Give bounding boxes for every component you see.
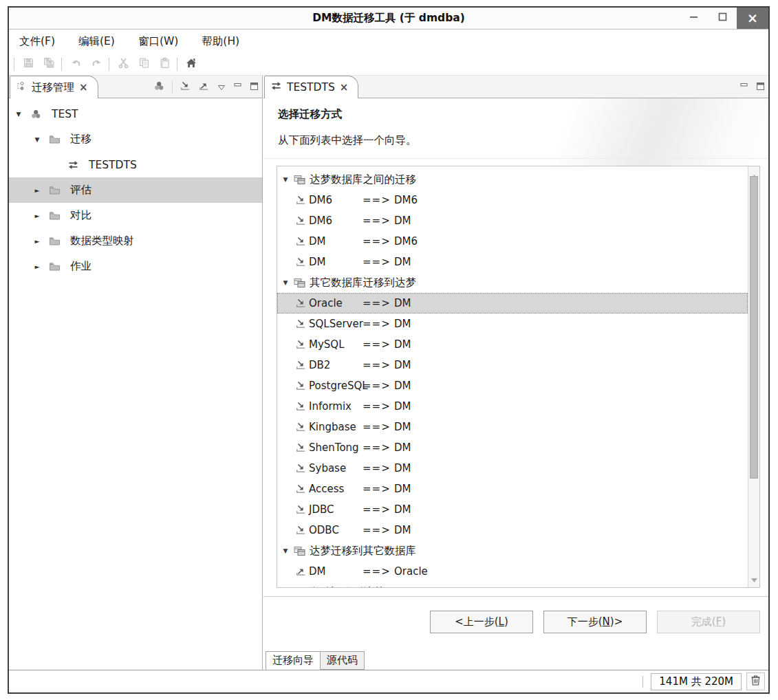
scrollbar-thumb[interactable] <box>750 176 758 479</box>
back-button[interactable]: <上一步(L) <box>430 611 533 633</box>
wizard-item-MySQL-to-DM[interactable]: MySQL==>DM <box>277 334 748 355</box>
bottom-tab-source[interactable]: 源代码 <box>320 651 365 670</box>
wizard-item-Informix-to-DM[interactable]: Informix==>DM <box>277 396 748 417</box>
menu-item-help[interactable]: 帮助(H) <box>202 34 239 49</box>
copy-button[interactable] <box>133 55 154 73</box>
expand-arrow-icon[interactable]: ► <box>30 212 44 219</box>
collapse-arrow-icon[interactable]: ▼ <box>280 176 291 183</box>
cluster-button[interactable] <box>153 80 164 94</box>
finish-button[interactable]: 完成(F) <box>657 611 760 633</box>
scroll-down-button[interactable] <box>748 572 759 585</box>
minimize-icon <box>739 80 748 94</box>
collapse-arrow-icon[interactable]: ▼ <box>280 279 291 286</box>
wizard-item-DM-to-Oracle[interactable]: DM==>Oracle <box>277 561 748 582</box>
tree-item-对比[interactable]: ►对比 <box>9 203 262 228</box>
expand-arrow-icon[interactable]: ► <box>30 238 44 245</box>
export-button[interactable] <box>199 80 210 94</box>
tree-item-作业[interactable]: ►作业 <box>9 254 262 279</box>
run-garbage-collector-button[interactable] <box>746 672 765 690</box>
bottom-tab-wizard[interactable]: 迁移向导 <box>266 651 321 670</box>
collapse-arrow-icon[interactable]: ▼ <box>280 547 291 554</box>
tab-testdts[interactable]: TESTDTS × <box>264 76 358 98</box>
import-icon <box>294 504 309 515</box>
close-icon[interactable]: × <box>340 81 349 94</box>
save-button[interactable] <box>18 55 39 73</box>
window-minimize-button[interactable] <box>679 8 708 29</box>
divider <box>263 596 768 597</box>
window-close-button[interactable]: × <box>737 8 768 29</box>
target-db-label: DM6 <box>394 194 418 206</box>
wizard-item-ODBC-to-DM[interactable]: ODBC==>DM <box>277 520 748 540</box>
toolbar <box>9 53 768 76</box>
export-icon <box>294 566 309 577</box>
window-maximize-button[interactable] <box>708 8 737 29</box>
maximize-icon <box>250 80 259 94</box>
source-db-label: DM6 <box>309 194 363 206</box>
maximize-view-button[interactable] <box>250 80 259 94</box>
tree-item-迁移[interactable]: ▼迁移 <box>9 127 262 152</box>
collapse-arrow-icon[interactable]: ▼ <box>30 136 44 143</box>
arrow-label: ==> <box>363 297 394 309</box>
wizard-item-DM-to-DM6[interactable]: DM==>DM6 <box>277 231 748 252</box>
wizard-list-content: ▼达梦数据库之间的迁移DM6==>DM6DM6==>DMDM==>DM6DM==… <box>277 166 748 587</box>
page-subtitle: 从下面列表中选择一个向导。 <box>278 133 417 148</box>
undo-button[interactable] <box>65 55 86 73</box>
arrow-label: ==> <box>363 503 394 516</box>
wizard-item-ShenTong-to-DM[interactable]: ShenTong==>DM <box>277 437 748 458</box>
heap-status-text: 141M 共 220M <box>659 675 733 688</box>
expand-arrow-icon[interactable]: ► <box>30 263 44 270</box>
cut-button[interactable] <box>113 55 133 73</box>
wizard-category-icon <box>291 278 307 288</box>
collapse-arrow-icon[interactable]: ▼ <box>12 111 25 118</box>
tree-item-数据类型映射[interactable]: ►数据类型映射 <box>9 228 262 254</box>
paste-icon <box>159 57 171 72</box>
wizard-item-Sybase-to-DM[interactable]: Sybase==>DM <box>277 458 748 479</box>
arrow-label: ==> <box>363 441 394 454</box>
save-all-button[interactable] <box>39 55 59 73</box>
next-button[interactable]: 下一步(N)> <box>543 611 647 633</box>
divider <box>14 58 14 71</box>
tree-item-label: 对比 <box>65 208 91 223</box>
window-title: DM数据迁移工具 (于 dmdba) <box>9 8 768 30</box>
wizard-item-Kingbase-to-DM[interactable]: Kingbase==>DM <box>277 417 748 437</box>
wizard-group-达梦迁移到其它数据库[interactable]: ▼达梦迁移到其它数据库 <box>277 540 748 561</box>
paste-button[interactable] <box>154 55 175 73</box>
view-menu-button[interactable] <box>217 80 226 94</box>
wizard-group-文件迁移到达梦[interactable]: ▼文件迁移到达梦 <box>277 582 748 587</box>
wizard-item-DB2-to-DM[interactable]: DB2==>DM <box>277 355 748 375</box>
divider <box>109 58 109 71</box>
wizard-group-其它数据库迁移到达梦[interactable]: ▼其它数据库迁移到达梦 <box>277 272 748 293</box>
wizard-item-SQLServer-to-DM[interactable]: SQLServer==>DM <box>277 314 748 334</box>
wizard-item-Access-to-DM[interactable]: Access==>DM <box>277 479 748 499</box>
tree-item-评估[interactable]: ►评估 <box>9 177 262 203</box>
vertical-scrollbar[interactable] <box>748 166 759 587</box>
tab-migration-manager[interactable]: 迁移管理 × <box>10 76 98 98</box>
wizard-item-DM6-to-DM6[interactable]: DM6==>DM6 <box>277 190 748 210</box>
tree-item-TESTDTS[interactable]: TESTDTS <box>9 152 262 177</box>
divider <box>177 58 177 71</box>
import-icon <box>294 215 309 226</box>
wizard-item-DM6-to-DM[interactable]: DM6==>DM <box>277 210 748 231</box>
minimize-editor-button[interactable] <box>739 80 748 94</box>
minimize-view-button[interactable] <box>233 80 242 94</box>
import-button[interactable] <box>180 80 191 94</box>
wizard-item-DM-to-DM[interactable]: DM==>DM <box>277 252 748 272</box>
home-button[interactable] <box>181 55 202 73</box>
wizard-item-JDBC-to-DM[interactable]: JDBC==>DM <box>277 499 748 520</box>
menu-item-edit[interactable]: 编辑(E) <box>78 34 115 49</box>
maximize-editor-button[interactable] <box>756 80 765 94</box>
close-icon[interactable]: × <box>79 81 88 94</box>
tree-item-TEST[interactable]: ▼TEST <box>9 101 262 127</box>
import-icon <box>294 463 309 474</box>
redo-button[interactable] <box>86 55 107 73</box>
source-db-label: DM <box>309 256 363 268</box>
menu-item-file[interactable]: 文件(F) <box>19 34 55 49</box>
wizard-item-Oracle-to-DM[interactable]: Oracle==>DM <box>277 293 748 314</box>
source-db-label: PostgreSQL <box>309 380 363 392</box>
wizard-group-达梦数据库之间的迁移[interactable]: ▼达梦数据库之间的迁移 <box>277 169 748 190</box>
menu-item-window[interactable]: 窗口(W) <box>138 34 178 49</box>
source-db-label: DM <box>309 565 363 578</box>
folder-icon <box>44 185 65 195</box>
wizard-item-PostgreSQL-to-DM[interactable]: PostgreSQL==>DM <box>277 375 748 396</box>
expand-arrow-icon[interactable]: ► <box>30 187 44 194</box>
